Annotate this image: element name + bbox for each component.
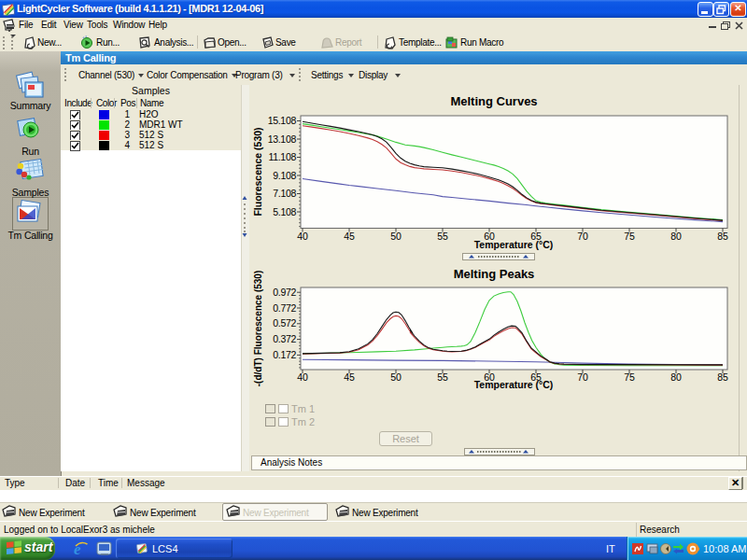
svg-text:11.108: 11.108 (268, 151, 296, 162)
svg-text:-(d/dT) Fluorescence (530): -(d/dT) Fluorescence (530) (253, 271, 263, 386)
svg-text:Melting Curves: Melting Curves (450, 94, 537, 108)
svg-text:Fluorescence (530): Fluorescence (530) (252, 127, 263, 216)
svg-text:45: 45 (344, 231, 355, 242)
svg-text:0.172: 0.172 (273, 349, 296, 360)
svg-text:50: 50 (390, 371, 402, 383)
svg-text:55: 55 (437, 231, 448, 242)
svg-text:Melting Peaks: Melting Peaks (454, 267, 535, 281)
svg-text:70: 70 (577, 231, 588, 242)
svg-text:75: 75 (624, 371, 635, 383)
svg-text:40: 40 (297, 231, 308, 242)
svg-text:Temperature (°C): Temperature (°C) (474, 379, 554, 390)
svg-text:40: 40 (297, 371, 308, 383)
svg-text:50: 50 (390, 231, 402, 242)
svg-text:80: 80 (670, 371, 682, 383)
svg-text:7.108: 7.108 (273, 188, 296, 199)
svg-text:Temperature (°C): Temperature (°C) (474, 239, 554, 250)
svg-text:5.108: 5.108 (273, 206, 296, 217)
svg-text:85: 85 (717, 371, 728, 383)
svg-text:70: 70 (577, 371, 588, 383)
svg-text:75: 75 (624, 231, 635, 242)
svg-text:13.108: 13.108 (268, 133, 297, 145)
svg-text:0.572: 0.572 (273, 317, 296, 329)
svg-text:55: 55 (437, 371, 448, 383)
svg-text:45: 45 (344, 371, 355, 383)
svg-text:0.772: 0.772 (273, 302, 296, 314)
svg-text:0.372: 0.372 (273, 333, 296, 344)
svg-text:9.108: 9.108 (273, 170, 296, 181)
svg-text:85: 85 (717, 231, 728, 242)
svg-text:0.972: 0.972 (273, 287, 296, 298)
svg-text:15.108: 15.108 (268, 115, 297, 126)
svg-text:80: 80 (670, 231, 682, 242)
